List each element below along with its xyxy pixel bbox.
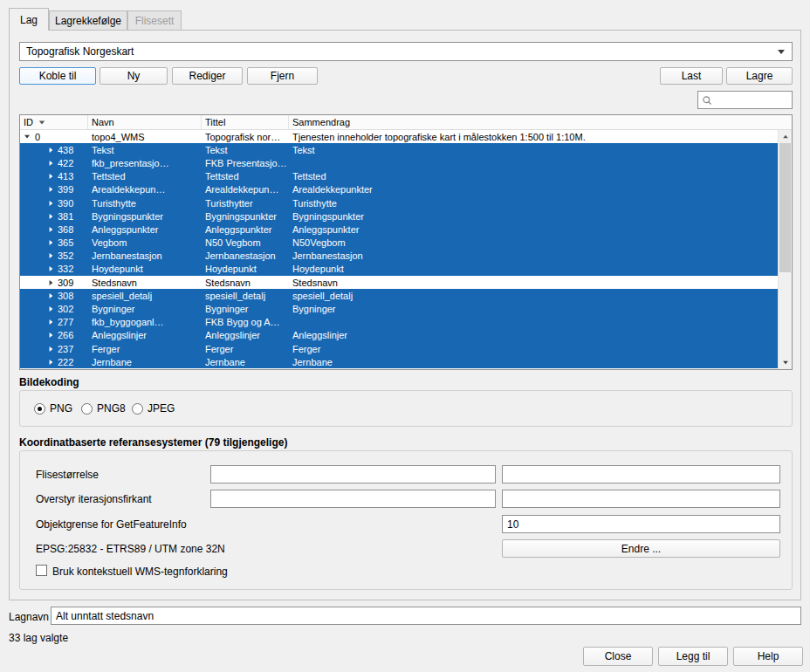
row-tittel: Turisthytter [202,198,289,209]
row-tittel: Ferger [202,344,289,354]
layer-name-input[interactable] [51,607,801,625]
row-sammendrag: N50Vegbom [289,237,778,248]
table-row[interactable]: 368 Anleggspunkter Anleggspunkter Anlegg… [20,223,778,236]
radio-jpeg[interactable]: JPEG [132,402,175,415]
table-row[interactable]: 390 Turisthytte Turisthytter Turisthytte [20,196,778,209]
expand-icon[interactable] [50,293,53,298]
expand-icon[interactable] [50,333,53,338]
row-navn: Vegbom [88,237,202,248]
table-row[interactable]: 237 Ferger Ferger Ferger [20,342,778,355]
encoding-groupbox: PNG PNG8 JPEG [19,390,793,427]
row-sammendrag: Anleggslinjer [289,330,778,340]
tab-lagrekkefolge[interactable]: Lagrekkefølge [49,10,127,30]
table-row[interactable]: 381 Bygningspunkter Bygningspunkter Bygn… [20,209,778,223]
table-row[interactable]: 413 Tettsted Tettsted Tettsted [20,170,778,183]
scroll-up-button[interactable] [779,130,792,143]
vertical-scrollbar[interactable] [778,130,792,369]
table-row[interactable]: 438 Tekst Tekst Tekst [20,143,778,156]
help-button[interactable]: Help [733,647,803,666]
expand-icon[interactable] [50,174,53,179]
chevron-down-icon [778,50,785,54]
save-button[interactable]: Lagre [726,67,793,85]
table-row[interactable]: 332 Hoydepunkt Hoydepunkt Hoydepunkt [20,263,778,276]
expand-icon[interactable] [50,360,53,365]
expand-icon[interactable] [50,266,53,271]
table-row[interactable]: 222 Jernbane Jernbane Jernbane [20,355,778,368]
row-id-cell: 308 [20,291,88,301]
connect-button[interactable]: Koble til [19,67,96,85]
expand-icon[interactable] [50,240,53,245]
expand-icon[interactable] [50,161,53,166]
collapse-icon[interactable] [24,135,30,139]
table-row[interactable]: 365 Vegbom N50 Vegbom N50Vegbom [20,237,778,250]
table-row-root[interactable]: 0 topo4_WMS Topografisk nor… Tjenesten i… [20,130,778,143]
table-row[interactable]: 302 Bygninger Bygninger Bygninger [20,302,778,315]
root-tittel: Topografisk nor… [202,132,289,142]
table-row[interactable]: 308 spesiell_detalj spesiell_detalj spes… [20,289,778,302]
expand-icon[interactable] [50,346,53,352]
change-crs-button[interactable]: Endre ... [502,539,780,558]
connection-combobox[interactable]: Topografisk Norgeskart [19,42,793,61]
contextual-legend-label: Bruk kontekstuell WMS-tegnforklaring [52,566,228,578]
expand-icon[interactable] [50,147,53,153]
expand-icon[interactable] [50,306,53,312]
expand-icon[interactable] [50,253,53,258]
root-id-cell: 0 [20,132,88,142]
expand-icon[interactable] [50,280,53,285]
tile-width-input[interactable] [210,465,496,483]
table-row[interactable]: 399 Arealdekkepun… Arealdekkepun… Areald… [20,183,778,196]
row-tittel: N50 Vegbom [202,237,289,248]
close-button[interactable]: Close [583,647,653,666]
radio-png8-label: PNG8 [97,402,126,415]
new-button[interactable]: Ny [100,67,168,85]
feature-limit-label: Objektgrense for GetFeatureInfo [36,518,187,531]
add-button[interactable]: Legg til [658,647,728,666]
tile-size-label: Flisestørrelse [36,469,99,481]
row-tittel: FKB Presentasjo… [202,158,289,168]
remove-button[interactable]: Fjern [247,67,318,85]
row-id: 302 [58,304,73,314]
radio-png-label: PNG [50,402,72,415]
row-id: 309 [58,278,73,288]
step-height-input[interactable] [502,490,780,508]
column-header-sammendrag[interactable]: Sammendrag [289,115,792,129]
column-header-id[interactable]: ID [20,115,88,129]
row-id-cell: 399 [20,184,88,195]
search-icon [702,95,712,106]
radio-png[interactable]: PNG [34,402,72,415]
load-button[interactable]: Last [660,67,723,85]
search-box [697,91,793,109]
row-navn: Anleggslinjer [88,330,202,340]
row-tittel: Anleggslinjer [202,330,289,340]
row-navn: Bygningspunkter [88,211,202,222]
expand-icon[interactable] [50,319,53,325]
feature-limit-input[interactable] [502,515,780,533]
tab-lagrekkefolge-label: Lagrekkefølge [55,15,121,27]
row-tittel: Stedsnavn [202,278,289,288]
row-tittel: Jernbanestasjon [202,250,289,261]
layer-table-header: ID Navn Tittel Sammendrag [20,115,792,130]
expand-icon[interactable] [50,227,53,232]
table-row[interactable]: 352 Jernbanestasjon Jernbanestasjon Jern… [20,250,778,263]
expand-icon[interactable] [50,201,53,206]
table-row[interactable]: 309 Stedsnavn Stedsnavn Stedsnavn [20,276,778,289]
table-row[interactable]: 266 Anleggslinjer Anleggslinjer Anleggsl… [20,329,778,342]
table-row[interactable]: 277 fkb_byggoganl… FKB Bygg og A… [20,316,778,329]
row-navn: spesiell_detalj [88,291,202,301]
expand-icon[interactable] [50,187,53,192]
column-header-navn[interactable]: Navn [88,115,202,129]
scroll-down-button[interactable] [779,356,792,369]
column-header-tittel[interactable]: Tittel [202,115,289,129]
contextual-legend-checkbox[interactable] [36,565,47,576]
scrollbar-thumb[interactable] [779,143,791,272]
step-width-input[interactable] [210,490,496,508]
row-sammendrag: Jernbanestasjon [289,250,778,261]
radio-png8[interactable]: PNG8 [81,402,126,415]
tab-lag[interactable]: Lag [9,8,49,31]
search-input[interactable] [716,95,788,106]
expand-icon[interactable] [50,214,53,219]
edit-button[interactable]: Rediger [172,67,243,85]
table-row[interactable]: 422 fkb_presentasjo… FKB Presentasjo… [20,156,778,169]
row-id-cell: 237 [20,344,88,354]
tile-height-input[interactable] [502,465,780,483]
